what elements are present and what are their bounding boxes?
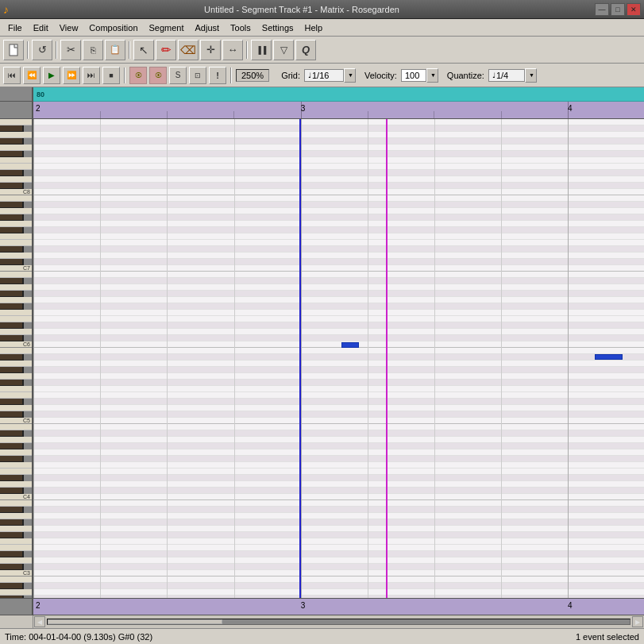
piano-key-G6[interactable] bbox=[0, 297, 32, 303]
piano-key-D3[interactable] bbox=[0, 557, 32, 564]
piano-key-F8[interactable] bbox=[0, 157, 32, 164]
piano-key-C#8[interactable] bbox=[0, 183, 24, 189]
stop-button[interactable]: ■ bbox=[102, 67, 120, 84]
solo-button[interactable]: S bbox=[169, 67, 187, 84]
piano-key-E3[interactable] bbox=[0, 545, 32, 551]
piano-key-D#8[interactable] bbox=[0, 170, 24, 176]
quantize-control[interactable]: ♩ 1/4 bbox=[488, 68, 537, 83]
loop-button[interactable]: ! bbox=[209, 67, 226, 84]
piano-key-G#3[interactable] bbox=[0, 519, 24, 526]
resize-tool-button[interactable]: ↔ bbox=[222, 40, 243, 60]
piano-key-A3[interactable] bbox=[0, 513, 32, 519]
piano-key-A#5[interactable] bbox=[0, 354, 24, 361]
piano-key-F#6[interactable] bbox=[0, 303, 24, 310]
piano-key-A8[interactable] bbox=[0, 132, 32, 138]
piano-key-G8[interactable] bbox=[0, 145, 32, 151]
menu-item-help[interactable]: Help bbox=[300, 21, 328, 34]
menu-item-view[interactable]: View bbox=[55, 21, 83, 34]
piano-key-G#7[interactable] bbox=[0, 214, 24, 221]
piano-key-G3[interactable] bbox=[0, 526, 32, 532]
piano-key-D#4[interactable] bbox=[0, 475, 24, 481]
piano-key-C#5[interactable] bbox=[0, 411, 24, 418]
piano-key-F#7[interactable] bbox=[0, 227, 24, 233]
rewind-start-button[interactable]: ⏮ bbox=[3, 67, 21, 84]
piano-key-B8[interactable] bbox=[0, 119, 32, 125]
paste-button[interactable]: 📋 bbox=[105, 40, 125, 60]
erase-tool-button[interactable]: ⌫ bbox=[178, 40, 199, 60]
grid-dropdown[interactable] bbox=[344, 68, 356, 83]
piano-key-C4[interactable]: C4 bbox=[0, 494, 32, 500]
menu-item-file[interactable]: File bbox=[3, 21, 27, 34]
piano-key-B6[interactable] bbox=[0, 272, 32, 278]
cut-button[interactable]: ✂ bbox=[60, 40, 81, 60]
piano-key-A#2[interactable] bbox=[0, 583, 24, 589]
piano-key-F#8[interactable] bbox=[0, 151, 24, 157]
close-button[interactable]: ✕ bbox=[627, 3, 641, 16]
piano-key-D5[interactable] bbox=[0, 405, 32, 411]
piano-key-A#4[interactable] bbox=[0, 430, 24, 437]
piano-key-E7[interactable] bbox=[0, 240, 32, 246]
move-tool-button[interactable]: ✛ bbox=[200, 40, 221, 60]
piano-key-E4[interactable] bbox=[0, 469, 32, 475]
record-insert-button[interactable]: ⦿ bbox=[129, 67, 147, 84]
piano-key-D#6[interactable] bbox=[0, 322, 24, 329]
piano-key-A5[interactable] bbox=[0, 361, 32, 367]
note-block-2[interactable] bbox=[595, 354, 623, 360]
piano-key-A#3[interactable] bbox=[0, 507, 24, 513]
menu-item-segment[interactable]: Segment bbox=[145, 21, 189, 34]
piano-key-A2[interactable] bbox=[0, 589, 32, 596]
piano-key-G#4[interactable] bbox=[0, 443, 24, 449]
piano-key-A#7[interactable] bbox=[0, 202, 24, 208]
hscroll-thumb[interactable] bbox=[48, 619, 222, 624]
piano-key-C6[interactable]: C6 bbox=[0, 341, 32, 348]
hscroll-bar[interactable]: ◀ ▶ bbox=[33, 615, 644, 628]
piano-key-G#5[interactable] bbox=[0, 367, 24, 373]
note-grid[interactable] bbox=[33, 119, 644, 598]
piano-key-E6[interactable] bbox=[0, 316, 32, 322]
menu-item-composition[interactable]: Composition bbox=[84, 21, 142, 34]
piano-key-F#4[interactable] bbox=[0, 456, 24, 462]
piano-key-F#5[interactable] bbox=[0, 380, 24, 386]
piano-key-G5[interactable] bbox=[0, 373, 32, 380]
piano-key-B7[interactable] bbox=[0, 195, 32, 202]
minimize-button[interactable]: — bbox=[595, 3, 609, 16]
piano-key-A#6[interactable] bbox=[0, 278, 24, 284]
piano-key-A7[interactable] bbox=[0, 208, 32, 214]
piano-key-B5[interactable] bbox=[0, 348, 32, 354]
new-button[interactable] bbox=[3, 40, 24, 60]
select-tool-button[interactable]: ↖ bbox=[133, 40, 154, 60]
piano-key-B3[interactable] bbox=[0, 500, 32, 507]
piano-key-A4[interactable] bbox=[0, 437, 32, 443]
piano-key-D8[interactable] bbox=[0, 176, 32, 183]
menu-item-tools[interactable]: Tools bbox=[226, 21, 256, 34]
piano-key-D7[interactable] bbox=[0, 253, 32, 259]
piano-key-D#7[interactable] bbox=[0, 246, 24, 253]
piano-key-F6[interactable] bbox=[0, 310, 32, 316]
piano-key-C3[interactable]: C3 bbox=[0, 570, 32, 577]
piano-key-C#4[interactable] bbox=[0, 488, 24, 494]
piano-key-D#5[interactable] bbox=[0, 399, 24, 405]
piano-key-F3[interactable] bbox=[0, 538, 32, 545]
copy-button[interactable]: ⎘ bbox=[83, 40, 103, 60]
undo-button[interactable]: ↺ bbox=[32, 40, 52, 60]
play-button[interactable]: ▶ bbox=[43, 67, 60, 84]
piano-key-G4[interactable] bbox=[0, 449, 32, 456]
filter-button[interactable]: ▽ bbox=[273, 40, 294, 60]
hscroll-left-button[interactable]: ◀ bbox=[34, 616, 45, 627]
piano-key-G7[interactable] bbox=[0, 221, 32, 227]
punch-button[interactable]: ⊡ bbox=[189, 67, 206, 84]
piano-key-D4[interactable] bbox=[0, 481, 32, 488]
piano-key-B4[interactable] bbox=[0, 424, 32, 430]
quantize-dropdown[interactable] bbox=[525, 68, 537, 83]
fast-forward-button[interactable]: ⏩ bbox=[63, 67, 80, 84]
piano-key-A#8[interactable] bbox=[0, 125, 24, 132]
note-block-1[interactable] bbox=[341, 342, 359, 348]
menu-item-edit[interactable]: Edit bbox=[29, 21, 53, 34]
velocity-tool-button[interactable]: ▐▐ bbox=[251, 40, 272, 60]
piano-key-C#3[interactable] bbox=[0, 564, 24, 570]
piano-key-D6[interactable] bbox=[0, 329, 32, 335]
piano-key-C8[interactable]: C8 bbox=[0, 189, 32, 195]
piano-key-E8[interactable] bbox=[0, 164, 32, 170]
piano-key-G#6[interactable] bbox=[0, 291, 24, 297]
rewind-button[interactable]: ⏪ bbox=[23, 67, 40, 84]
